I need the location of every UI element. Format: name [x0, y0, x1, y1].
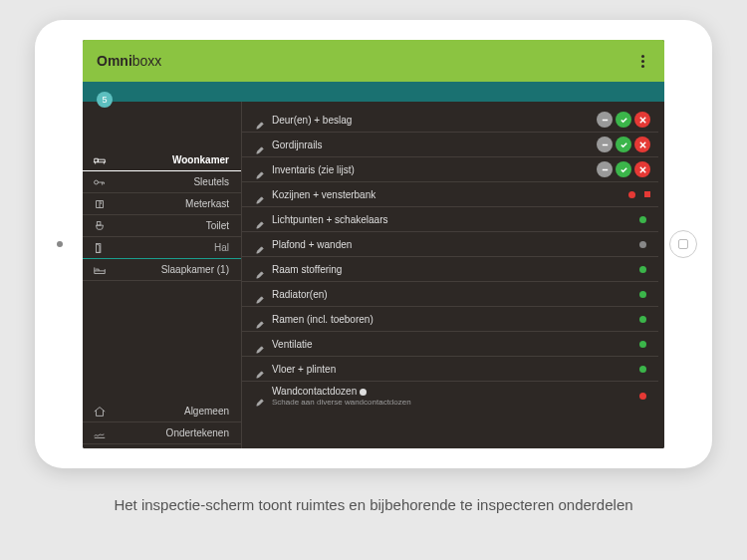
inspection-item[interactable]: Kozijnen + vensterbank: [242, 182, 658, 207]
sidebar-item-label: Woonkamer: [117, 154, 229, 165]
inspection-list: Deur(en) + beslag Gordijnrails Inventari…: [242, 102, 664, 448]
content-area: WoonkamerSleutelsMeterkastToiletHalSlaap…: [83, 102, 664, 448]
item-label: Gordijnrails: [272, 140, 589, 150]
inspection-item[interactable]: Inventaris (zie lijst): [242, 157, 658, 182]
status-dot: [639, 291, 646, 298]
sidebar-item-label: Sleutels: [117, 176, 229, 187]
inspection-item[interactable]: Ramen (incl. toeboren): [242, 307, 658, 332]
item-label: Plafond + wanden: [272, 239, 631, 250]
ok-button[interactable]: [616, 161, 631, 177]
app-header: Omniboxx: [83, 40, 664, 82]
sidebar-item-label: Toilet: [117, 220, 229, 231]
inspection-item[interactable]: Plafond + wanden: [242, 232, 658, 257]
edit-icon[interactable]: [256, 240, 264, 248]
inspection-item[interactable]: Wandcontactdozen Schade aan diverse wand…: [242, 382, 658, 411]
sidebar-item-ondertekenen[interactable]: Ondertekenen: [83, 422, 241, 444]
item-label: Inventaris (zie lijst): [272, 164, 589, 175]
status-dot-red: [628, 191, 635, 198]
bullet-icon: [360, 389, 367, 396]
edit-icon[interactable]: [256, 365, 264, 373]
edit-icon[interactable]: [256, 165, 264, 173]
inspection-item[interactable]: Raam stoffering: [242, 257, 658, 282]
bad-button[interactable]: [634, 137, 650, 152]
sidebar-item-label: Algemeen: [117, 406, 229, 417]
item-label: Ventilatie: [272, 339, 631, 350]
sidebar-item-meterkast[interactable]: Meterkast: [83, 193, 241, 215]
sub-bar: 5: [83, 82, 664, 102]
tablet-frame: Omniboxx 5 WoonkamerSleutelsMeterkastToi…: [35, 20, 712, 468]
inspection-item[interactable]: Vloer + plinten: [242, 357, 658, 382]
sidebar-item-label: Meterkast: [117, 198, 229, 209]
sidebar: WoonkamerSleutelsMeterkastToiletHalSlaap…: [83, 102, 242, 448]
status-dot: [639, 316, 646, 323]
skip-button[interactable]: [597, 161, 613, 177]
svg-point-0: [95, 180, 99, 184]
item-sublabel: Schade aan diverse wandcontactdozen: [272, 398, 631, 407]
app-screen: Omniboxx 5 WoonkamerSleutelsMeterkastToi…: [83, 40, 664, 448]
status-dot: [639, 266, 646, 273]
home-button[interactable]: [669, 230, 697, 258]
inspection-item[interactable]: Radiator(en): [242, 282, 658, 307]
tablet-camera: [57, 241, 63, 247]
sidebar-item-slaapkamer1[interactable]: Slaapkamer (1): [83, 259, 241, 281]
status-dot: [639, 393, 646, 400]
sidebar-item-toilet[interactable]: Toilet: [83, 215, 241, 237]
edit-icon[interactable]: [256, 140, 264, 148]
title-omni: Omni: [97, 53, 132, 69]
count-badge[interactable]: 5: [97, 92, 113, 108]
svg-rect-1: [97, 221, 101, 225]
item-label: Deur(en) + beslag: [272, 115, 589, 126]
sidebar-item-label: Slaapkamer (1): [117, 264, 229, 275]
item-label: Radiator(en): [272, 289, 631, 300]
inspection-item[interactable]: Ventilatie: [242, 332, 658, 357]
item-label: Wandcontactdozen: [272, 386, 631, 397]
sidebar-item-label: Ondertekenen: [117, 427, 229, 438]
status-dot: [639, 341, 646, 348]
bad-button[interactable]: [634, 112, 650, 128]
sidebar-item-hal[interactable]: Hal: [83, 237, 241, 259]
item-label: Lichtpunten + schakelaars: [272, 214, 631, 225]
item-label: Ramen (incl. toeboren): [272, 314, 631, 325]
title-boxx: boxx: [132, 53, 162, 69]
edit-icon[interactable]: [256, 290, 264, 298]
skip-button[interactable]: [597, 112, 613, 128]
ok-button[interactable]: [616, 112, 631, 128]
item-label: Kozijnen + vensterbank: [272, 189, 621, 200]
overflow-menu-icon[interactable]: [634, 55, 650, 68]
app-title: Omniboxx: [97, 53, 161, 69]
flag-icon: [644, 191, 650, 197]
sidebar-item-sleutels[interactable]: Sleutels: [83, 171, 241, 193]
sidebar-item-woonkamer[interactable]: Woonkamer: [83, 149, 241, 171]
edit-icon[interactable]: [256, 116, 264, 124]
item-label: Raam stoffering: [272, 264, 631, 275]
status-dot: [639, 216, 646, 223]
caption: Het inspectie-scherm toont ruimtes en bi…: [114, 496, 632, 513]
edit-icon[interactable]: [256, 190, 264, 198]
inspection-item[interactable]: Deur(en) + beslag: [242, 108, 658, 133]
item-label: Vloer + plinten: [272, 364, 631, 375]
edit-icon[interactable]: [256, 340, 264, 348]
status-dot: [639, 241, 646, 248]
sidebar-item-label: Hal: [117, 242, 229, 253]
sidebar-item-algemeen[interactable]: Algemeen: [83, 401, 241, 422]
edit-icon[interactable]: [256, 265, 264, 273]
bad-button[interactable]: [634, 161, 650, 177]
edit-icon[interactable]: [256, 393, 264, 401]
edit-icon[interactable]: [256, 315, 264, 323]
status-dot: [639, 366, 646, 373]
edit-icon[interactable]: [256, 215, 264, 223]
inspection-item[interactable]: Lichtpunten + schakelaars: [242, 207, 658, 232]
inspection-item[interactable]: Gordijnrails: [242, 133, 658, 157]
skip-button[interactable]: [597, 137, 613, 152]
ok-button[interactable]: [616, 137, 631, 152]
